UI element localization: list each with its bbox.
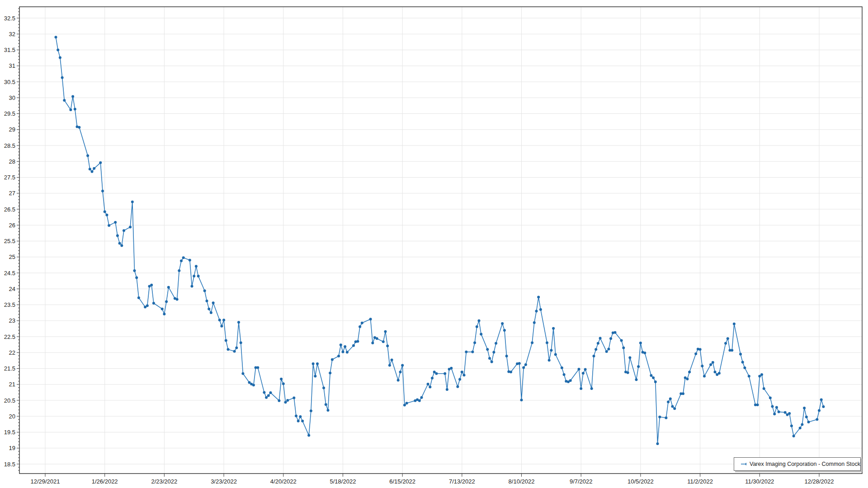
svg-text:23: 23	[9, 317, 15, 324]
svg-text:24: 24	[9, 286, 15, 292]
svg-text:30: 30	[9, 94, 15, 101]
svg-text:25: 25	[9, 253, 15, 260]
svg-text:22.5: 22.5	[4, 333, 15, 340]
svg-text:29: 29	[9, 126, 15, 133]
svg-text:27.5: 27.5	[4, 174, 15, 181]
svg-text:28: 28	[9, 158, 15, 165]
svg-text:31: 31	[9, 62, 15, 69]
svg-text:31.5: 31.5	[4, 47, 15, 53]
svg-text:11/2/2022: 11/2/2022	[687, 478, 713, 485]
svg-text:25.5: 25.5	[4, 238, 15, 244]
svg-text:26.5: 26.5	[4, 206, 15, 213]
svg-text:2/23/2022: 2/23/2022	[151, 478, 177, 485]
gridlines	[19, 7, 862, 474]
svg-text:32.5: 32.5	[4, 15, 15, 22]
legend-series-marker-icon	[741, 462, 746, 466]
svg-text:19.5: 19.5	[4, 429, 15, 436]
svg-text:11/30/2022: 11/30/2022	[745, 478, 774, 485]
svg-text:21: 21	[9, 381, 15, 388]
axes: 18.51919.52020.52121.52222.52323.52424.5…	[4, 9, 834, 485]
svg-text:23.5: 23.5	[4, 301, 15, 308]
stock-line-chart: 18.51919.52020.52121.52222.52323.52424.5…	[0, 0, 868, 488]
svg-text:8/10/2022: 8/10/2022	[509, 478, 535, 485]
svg-text:32: 32	[9, 31, 15, 38]
svg-text:20.5: 20.5	[4, 397, 15, 404]
svg-text:4/20/2022: 4/20/2022	[270, 478, 297, 485]
svg-text:9/7/2022: 9/7/2022	[570, 478, 593, 485]
svg-text:27: 27	[9, 190, 15, 197]
svg-text:12/28/2022: 12/28/2022	[804, 478, 834, 485]
svg-text:1/26/2022: 1/26/2022	[92, 478, 118, 485]
svg-text:3/23/2022: 3/23/2022	[211, 478, 237, 485]
chart-window: 18.51919.52020.52121.52222.52323.52424.5…	[0, 0, 868, 488]
svg-text:6/15/2022: 6/15/2022	[389, 478, 415, 485]
svg-text:5/18/2022: 5/18/2022	[330, 478, 356, 485]
svg-text:7/13/2022: 7/13/2022	[449, 478, 475, 485]
svg-text:10/5/2022: 10/5/2022	[627, 478, 654, 485]
svg-text:22: 22	[9, 349, 15, 356]
svg-text:29.5: 29.5	[4, 110, 15, 117]
svg-text:20: 20	[9, 413, 15, 420]
svg-text:18.5: 18.5	[4, 461, 15, 468]
svg-text:21.5: 21.5	[4, 365, 15, 372]
price-markers	[55, 36, 825, 445]
svg-text:30.5: 30.5	[4, 79, 15, 85]
svg-text:24.5: 24.5	[4, 270, 15, 277]
svg-text:26: 26	[9, 222, 15, 229]
svg-text:28.5: 28.5	[4, 142, 15, 149]
svg-text:12/29/2021: 12/29/2021	[30, 478, 60, 485]
price-line	[56, 37, 824, 444]
legend-label: Varex Imaging Corporation - Common Stock	[750, 461, 860, 467]
plot-border	[19, 7, 862, 474]
svg-text:19: 19	[9, 445, 15, 451]
legend: Varex Imaging Corporation - Common Stock	[734, 457, 861, 471]
